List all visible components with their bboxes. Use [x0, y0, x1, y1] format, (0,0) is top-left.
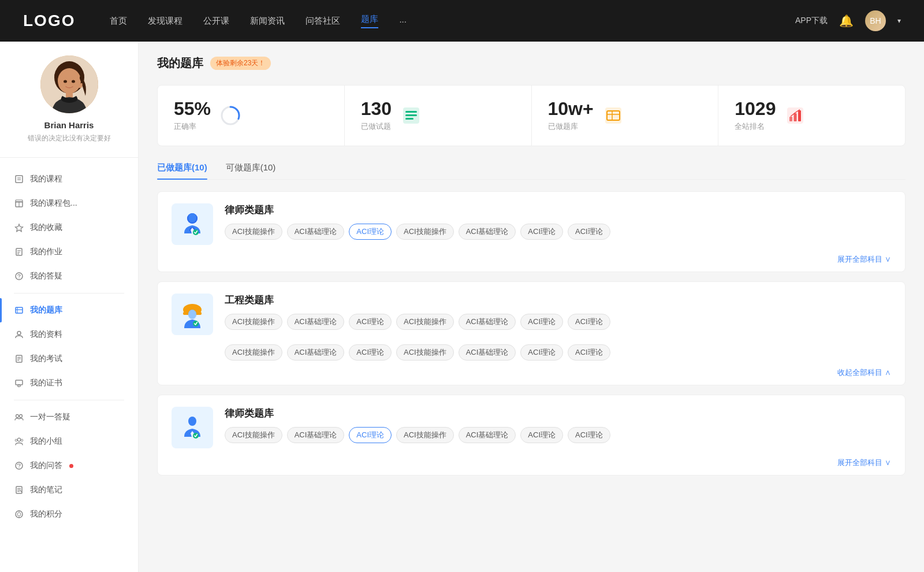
sidebar-item-exam[interactable]: 我的考试 — [0, 347, 138, 371]
bank-card-2-info: 工程类题库 ACI技能操作 ACI基础理论 ACI理论 ACI技能操作 ACI基… — [225, 294, 610, 330]
stat-done-questions: 130 已做试题 — [345, 86, 532, 146]
svg-point-33 — [17, 438, 21, 441]
app-download-button[interactable]: APP下载 — [795, 16, 828, 26]
tag-2-2[interactable]: ACI基础理论 — [287, 314, 345, 330]
sidebar-label-favorites: 我的收藏 — [30, 222, 62, 233]
bank-card-2-name: 工程类题库 — [225, 294, 610, 307]
svg-line-30 — [20, 385, 21, 387]
tag-3-4[interactable]: ACI技能操作 — [396, 427, 454, 443]
tag-2-10[interactable]: ACI理论 — [349, 344, 392, 361]
svg-point-18 — [18, 277, 19, 278]
user-menu-chevron-icon[interactable]: ▾ — [897, 17, 901, 25]
navbar: LOGO 首页 发现课程 公开课 新闻资讯 问答社区 题库 ··· APP下载 … — [0, 0, 924, 42]
tag-2-3[interactable]: ACI理论 — [349, 314, 392, 330]
bank-card-1-header: 律师类题库 ACI技能操作 ACI基础理论 ACI理论 ACI技能操作 ACI基… — [158, 192, 905, 254]
stat-banks-label: 已做题库 — [548, 121, 594, 132]
question-icon — [14, 271, 24, 281]
tag-3-2[interactable]: ACI基础理论 — [287, 427, 345, 443]
bank-card-2-header: 工程类题库 ACI技能操作 ACI基础理论 ACI理论 ACI技能操作 ACI基… — [158, 282, 905, 344]
sidebar-item-course[interactable]: 我的课程 — [0, 167, 138, 191]
sidebar-item-points[interactable]: 我的积分 — [0, 502, 138, 526]
bank-card-2-collapse[interactable]: 收起全部科目 ∧ — [158, 367, 905, 385]
sidebar-item-notes[interactable]: 我的笔记 — [0, 478, 138, 502]
nav-more[interactable]: ··· — [399, 16, 407, 26]
stat-done-icon — [401, 105, 422, 126]
svg-rect-27 — [16, 380, 23, 385]
nav-qa[interactable]: 问答社区 — [305, 16, 340, 27]
sidebar-item-bank[interactable]: 我的题库 — [0, 298, 138, 322]
sidebar-item-tutor[interactable]: 一对一答疑 — [0, 405, 138, 429]
divider-2 — [14, 400, 124, 400]
tag-2-11[interactable]: ACI技能操作 — [396, 344, 454, 361]
sidebar-label-package: 我的课程包... — [30, 198, 77, 209]
bank-card-1-info: 律师类题库 ACI技能操作 ACI基础理论 ACI理论 ACI技能操作 ACI基… — [225, 203, 610, 240]
nav-discover[interactable]: 发现课程 — [148, 16, 182, 27]
tag-2-12[interactable]: ACI基础理论 — [459, 344, 516, 361]
page-wrapper: Brian Harris 错误的决定比没有决定要好 我的课程 我的课程包... — [0, 42, 924, 572]
sidebar-item-favorites[interactable]: 我的收藏 — [0, 216, 138, 240]
tag-1-3[interactable]: ACI理论 — [349, 224, 392, 240]
tag-3-7[interactable]: ACI理论 — [568, 427, 610, 443]
bank-card-3-expand[interactable]: 展开全部科目 ∨ — [158, 458, 905, 475]
sidebar-item-questions[interactable]: 我的答疑 — [0, 264, 138, 288]
tag-2-14[interactable]: ACI理论 — [568, 344, 610, 361]
tag-1-5[interactable]: ACI基础理论 — [459, 224, 516, 240]
nav-news[interactable]: 新闻资讯 — [250, 16, 285, 27]
profile-icon — [14, 329, 24, 340]
tag-1-7[interactable]: ACI理论 — [568, 224, 610, 240]
sidebar-label-notes: 我的笔记 — [30, 485, 62, 495]
tag-2-5[interactable]: ACI基础理论 — [459, 314, 516, 330]
sidebar-profile: Brian Harris 错误的决定比没有决定要好 — [0, 55, 138, 158]
divider-1 — [14, 293, 124, 294]
sidebar-label-tutor: 一对一答疑 — [30, 412, 70, 422]
cert-icon — [14, 378, 24, 388]
sidebar-item-package[interactable]: 我的课程包... — [0, 191, 138, 216]
tag-1-4[interactable]: ACI技能操作 — [396, 224, 454, 240]
tag-1-6[interactable]: ACI理论 — [520, 224, 563, 240]
svg-rect-58 — [789, 117, 792, 121]
tag-2-13[interactable]: ACI理论 — [520, 344, 563, 361]
points-icon — [14, 509, 24, 519]
sidebar-item-group[interactable]: 我的小组 — [0, 429, 138, 454]
sidebar-item-homework[interactable]: 我的作业 — [0, 240, 138, 264]
tag-2-9[interactable]: ACI基础理论 — [287, 344, 345, 361]
tag-3-6[interactable]: ACI理论 — [520, 427, 563, 443]
tag-2-1[interactable]: ACI技能操作 — [225, 314, 282, 330]
tag-3-5[interactable]: ACI基础理论 — [459, 427, 516, 443]
svg-point-22 — [17, 332, 21, 335]
stat-rank-icon — [785, 105, 806, 126]
profile-motto: 错误的决定比没有决定要好 — [12, 133, 126, 143]
stats-row: 55% 正确率 130 已做试题 — [157, 85, 906, 146]
bank-card-3-name: 律师类题库 — [225, 407, 610, 420]
tag-2-4[interactable]: ACI技能操作 — [396, 314, 454, 330]
notification-bell-icon[interactable]: 🔔 — [839, 14, 854, 28]
tag-1-2[interactable]: ACI基础理论 — [287, 224, 345, 240]
tag-2-6[interactable]: ACI理论 — [520, 314, 563, 330]
svg-point-5 — [72, 80, 75, 83]
tab-done[interactable]: 已做题库(10) — [157, 162, 207, 179]
sidebar-item-profile[interactable]: 我的资料 — [0, 322, 138, 347]
sidebar-item-myqa[interactable]: 我的问答 — [0, 454, 138, 478]
nav-home[interactable]: 首页 — [110, 16, 127, 27]
page-title: 我的题库 — [157, 55, 203, 71]
sidebar: Brian Harris 错误的决定比没有决定要好 我的课程 我的课程包... — [0, 42, 139, 572]
nav-menu: 首页 发现课程 公开课 新闻资讯 问答社区 题库 ··· — [110, 14, 795, 28]
tabs-row: 已做题库(10) 可做题库(10) — [157, 162, 906, 180]
bank-card-2: 工程类题库 ACI技能操作 ACI基础理论 ACI理论 ACI技能操作 ACI基… — [157, 281, 906, 385]
nav-open[interactable]: 公开课 — [203, 16, 229, 27]
tag-1-1[interactable]: ACI技能操作 — [225, 224, 282, 240]
sidebar-label-cert: 我的证书 — [30, 378, 62, 388]
bank-card-1: 律师类题库 ACI技能操作 ACI基础理论 ACI理论 ACI技能操作 ACI基… — [157, 191, 906, 272]
course-icon — [14, 174, 24, 184]
user-avatar[interactable]: BH — [865, 10, 886, 31]
bank-card-1-expand[interactable]: 展开全部科目 ∨ — [158, 254, 905, 272]
nav-bank[interactable]: 题库 — [361, 14, 378, 28]
tag-2-7[interactable]: ACI理论 — [568, 314, 610, 330]
tag-2-8[interactable]: ACI技能操作 — [225, 344, 282, 361]
svg-point-4 — [64, 80, 67, 83]
tab-available[interactable]: 可做题库(10) — [226, 162, 276, 179]
tag-3-1[interactable]: ACI技能操作 — [225, 427, 282, 443]
tag-3-3[interactable]: ACI理论 — [349, 427, 392, 443]
sidebar-item-cert[interactable]: 我的证书 — [0, 371, 138, 395]
stat-accuracy-value-group: 55% 正确率 — [174, 99, 211, 132]
